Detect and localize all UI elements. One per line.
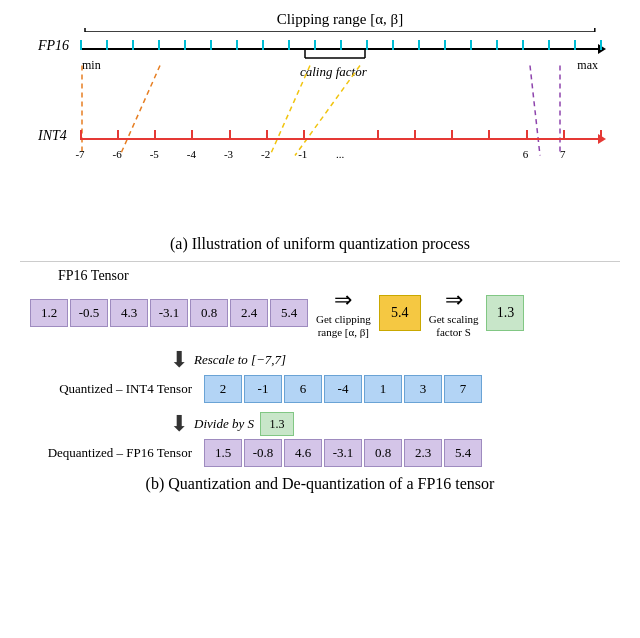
int4-num-n4: -4 [187,148,196,160]
int4-num-n2: -2 [261,148,270,160]
quantized-label: Quantized – INT4 Tensor [30,381,200,397]
fp16-cell-4: 0.8 [190,299,228,327]
max-label: max [577,58,598,73]
main-container: Clipping range [α, β] FP16 [0,0,640,503]
int4-cell-5: 3 [404,375,442,403]
int4-num-6: 6 [523,148,529,160]
fp16-cell-3: -3.1 [150,299,188,327]
dequant-cell-4: 0.8 [364,439,402,467]
int4-cell-2: 6 [284,375,322,403]
int4-num-n7: -7 [75,148,84,160]
get-scaling-label: Get scaling factor S [429,313,479,339]
divide-by-s-value: 1.3 [260,412,294,436]
rescale-arrow-container: ⬇ Rescale to [−7,7] [30,347,610,373]
rescale-label: Rescale to [−7,7] [194,352,286,368]
dequant-cell-0: 1.5 [204,439,242,467]
fp16-tensor-header: FP16 Tensor [30,268,610,284]
int4-numbers: -7 -6 -5 -4 -3 -2 -1 ... 6 7 [80,148,600,168]
scaling-bracket-svg: Scaling factor S [300,48,370,90]
fp16-cell-5: 2.4 [230,299,268,327]
divide-arrow-container: ⬇ Divide by S 1.3 [30,411,610,437]
dequant-tensor-row: Dequantized – FP16 Tensor 1.5 -0.8 4.6 -… [30,439,610,467]
right-arrow-1: ⇒ [334,287,352,313]
int4-num-n6: -6 [113,148,122,160]
fp16-cell-2: 4.3 [110,299,148,327]
int4-cell-3: -4 [324,375,362,403]
int4-cell-6: 7 [444,375,482,403]
int4-tensor-row: Quantized – INT4 Tensor 2 -1 6 -4 1 3 7 [30,375,610,403]
get-clipping-label: Get clipping range [α, β] [316,313,371,339]
scaling-factor-annotation: Scaling factor S [300,48,370,94]
divide-by-s-label: Divide by S [194,416,254,432]
dequant-cell-2: 4.6 [284,439,322,467]
fp16-tensor-label: FP16 Tensor [58,268,129,284]
int4-ticks [80,130,600,148]
part-a-diagram: Clipping range [α, β] FP16 [20,10,620,230]
dequant-cell-1: -0.8 [244,439,282,467]
int4-cell-0: 2 [204,375,242,403]
int4-tensor-cells: 2 -1 6 -4 1 3 7 [204,375,482,403]
scaling-factor-label: Scaling factor S [300,64,370,79]
get-clipping-process: ⇒ Get clipping range [α, β] [316,287,371,339]
part-b-caption: (b) Quantization and De-quantization of … [30,475,610,493]
right-arrow-2: ⇒ [445,287,463,313]
down-arrow-2: ⬇ [170,411,188,437]
get-scaling-process: ⇒ Get scaling factor S [429,287,479,339]
dequant-tensor-cells: 1.5 -0.8 4.6 -3.1 0.8 2.3 5.4 [204,439,482,467]
scaling-result-cell: 1.3 [486,295,524,331]
int4-num-n3: -3 [224,148,233,160]
max-cell: 5.4 [379,295,421,331]
fp16-cell-6: 5.4 [270,299,308,327]
fp16-cell-1: -0.5 [70,299,108,327]
down-arrow-1: ⬇ [170,347,188,373]
fp16-cell-0: 1.2 [30,299,68,327]
clipping-brace-svg: Clipping range [α, β] [80,10,600,32]
dequant-cell-6: 5.4 [444,439,482,467]
int4-num-dots: ... [336,148,344,160]
int4-cell-1: -1 [244,375,282,403]
int4-cell-4: 1 [364,375,402,403]
int4-label: INT4 [38,128,67,144]
int4-num-n5: -5 [150,148,159,160]
min-label: min [82,58,101,73]
clipping-range-label: Clipping range [α, β] [277,11,403,27]
int4-num-n1: -1 [298,148,307,160]
dequantized-label: Dequantized – FP16 Tensor [30,445,200,461]
int4-num-7: 7 [560,148,566,160]
fp16-tensor-row: 1.2 -0.5 4.3 -3.1 0.8 2.4 5.4 ⇒ Get clip… [30,287,610,339]
part-b-diagram: FP16 Tensor 1.2 -0.5 4.3 -3.1 0.8 2.4 5.… [20,268,620,493]
section-divider [20,261,620,262]
fp16-tensor-cells: 1.2 -0.5 4.3 -3.1 0.8 2.4 5.4 [30,299,308,327]
fp16-label: FP16 [38,38,69,54]
dequant-cell-5: 2.3 [404,439,442,467]
dequant-cell-3: -3.1 [324,439,362,467]
part-a-caption: (a) Illustration of uniform quantization… [20,235,620,253]
